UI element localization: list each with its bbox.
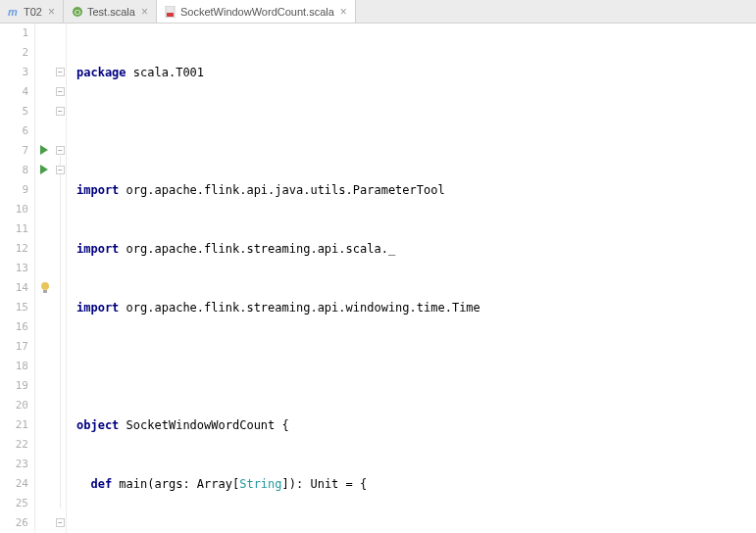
svg-rect-6	[43, 290, 47, 293]
line-number[interactable]: 25	[0, 494, 28, 513]
bulb-icon[interactable]	[38, 280, 52, 294]
fold-toggle[interactable]: −	[56, 87, 65, 96]
line-number[interactable]: 9	[0, 180, 28, 200]
line-number[interactable]: 5	[0, 102, 28, 121]
line-number[interactable]: 10	[0, 200, 28, 219]
line-number[interactable]: 2	[0, 43, 28, 63]
svg-text:m: m	[8, 6, 18, 18]
scala-file-icon	[165, 6, 176, 18]
line-number[interactable]: 17	[0, 337, 28, 357]
fold-toggle[interactable]: −	[56, 166, 65, 174]
line-number[interactable]: 16	[0, 317, 28, 337]
code-line	[76, 121, 756, 141]
line-number[interactable]: 4	[0, 82, 28, 102]
line-number[interactable]: 26	[0, 513, 28, 533]
close-icon[interactable]: ×	[141, 5, 148, 19]
line-number[interactable]: 12	[0, 239, 28, 259]
line-number[interactable]: 13	[0, 259, 28, 278]
close-icon[interactable]: ×	[340, 5, 347, 19]
editor: 1 2 3 4 5 6 7 8 9 10 11 12 13 14 15 16 1…	[0, 24, 756, 533]
marker-column	[35, 24, 55, 533]
fold-line	[60, 156, 61, 509]
line-number[interactable]: 19	[0, 376, 28, 396]
tab-label: Test.scala	[87, 6, 135, 18]
code-area[interactable]: package scala.T001 import org.apache.fli…	[67, 24, 756, 533]
line-number[interactable]: 23	[0, 455, 28, 474]
tab-label: SocketWindowWordCount.scala	[180, 6, 334, 18]
line-number[interactable]: 21	[0, 415, 28, 435]
fold-toggle[interactable]: −	[56, 68, 65, 76]
code-line: def main(args: Array[String]): Unit = {	[76, 474, 756, 494]
line-number[interactable]: 6	[0, 121, 28, 141]
code-line: import org.apache.flink.streaming.api.sc…	[76, 239, 756, 259]
fold-column: − − − − − −	[55, 24, 67, 533]
code-line: import org.apache.flink.api.java.utils.P…	[76, 180, 756, 200]
tab-label: T02	[24, 6, 42, 18]
line-number[interactable]: 8	[0, 161, 28, 180]
code-line: import org.apache.flink.streaming.api.wi…	[76, 298, 756, 317]
tab-socketwindowwordcount[interactable]: SocketWindowWordCount.scala ×	[157, 0, 356, 23]
run-icon[interactable]	[38, 164, 52, 177]
line-number[interactable]: 24	[0, 474, 28, 494]
code-line: object SocketWindowWordCount {	[76, 415, 756, 435]
fold-toggle[interactable]: −	[56, 146, 65, 155]
line-number[interactable]: 18	[0, 357, 28, 376]
line-number[interactable]: 1	[0, 24, 28, 43]
code-line	[76, 357, 756, 376]
scala-object-icon: O	[72, 6, 83, 18]
code-line: package scala.T001	[76, 63, 756, 82]
line-number[interactable]: 22	[0, 435, 28, 455]
line-number[interactable]: 15	[0, 298, 28, 317]
module-icon: m	[8, 6, 20, 18]
close-icon[interactable]: ×	[48, 5, 55, 19]
svg-point-5	[41, 282, 49, 290]
fold-toggle[interactable]: −	[56, 518, 65, 527]
line-number[interactable]: 14	[0, 278, 28, 298]
line-gutter: 1 2 3 4 5 6 7 8 9 10 11 12 13 14 15 16 1…	[0, 24, 35, 533]
svg-text:O: O	[75, 8, 80, 17]
line-number[interactable]: 11	[0, 219, 28, 239]
fold-toggle[interactable]: −	[56, 107, 65, 116]
tab-t02[interactable]: m T02 ×	[0, 0, 64, 23]
line-number[interactable]: 7	[0, 141, 28, 161]
line-number[interactable]: 3	[0, 63, 28, 82]
svg-rect-4	[167, 13, 174, 17]
run-icon[interactable]	[38, 144, 52, 158]
tab-bar: m T02 × O Test.scala × SocketWindowWordC…	[0, 0, 756, 24]
line-number[interactable]: 20	[0, 396, 28, 415]
tab-test[interactable]: O Test.scala ×	[64, 0, 157, 23]
